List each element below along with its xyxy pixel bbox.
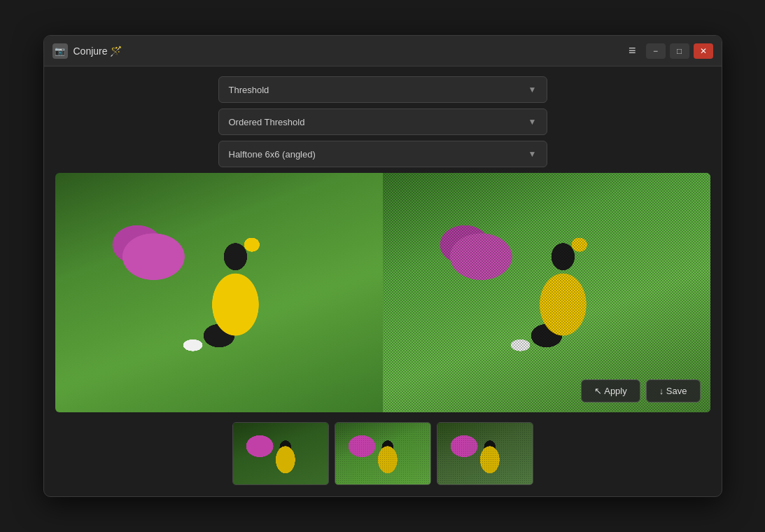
app-window: 📷 Conjure 🪄 ≡ − □ ✕ Threshold ▼ Ordered … [43, 35, 722, 497]
original-bird-image [55, 173, 383, 412]
apply-button[interactable]: ↖ Apply [581, 379, 640, 402]
maximize-button[interactable]: □ [670, 43, 689, 59]
thumbnail-1-image [233, 423, 328, 484]
ordered-threshold-label: Ordered Threshold [229, 117, 528, 127]
halftone-dropdown[interactable]: Halftone 6x6 (angled) ▼ [218, 141, 547, 167]
minimize-button[interactable]: − [646, 43, 666, 59]
ordered-threshold-dropdown[interactable]: Ordered Threshold ▼ [218, 108, 547, 135]
close-button[interactable]: ✕ [694, 43, 713, 59]
app-title: Conjure 🪄 [73, 46, 122, 57]
titlebar: 📷 Conjure 🪄 ≡ − □ ✕ [44, 36, 722, 66]
thumbnail-strip [55, 418, 710, 486]
titlebar-controls: ≡ − □ ✕ [623, 41, 713, 61]
main-content: Threshold ▼ Ordered Threshold ▼ Halftone… [44, 66, 722, 496]
halftone-label: Halftone 6x6 (angled) [229, 149, 528, 160]
thumbnail-3[interactable] [437, 422, 533, 485]
thumbnail-2[interactable] [335, 422, 431, 485]
save-button[interactable]: ↓ Save [646, 379, 701, 402]
original-image-panel [55, 173, 383, 412]
processed-bird-image [383, 173, 710, 412]
threshold-dropdown[interactable]: Threshold ▼ [218, 76, 547, 103]
chevron-down-icon: ▼ [528, 117, 537, 127]
threshold-label: Threshold [229, 85, 528, 95]
chevron-down-icon: ▼ [528, 85, 537, 94]
thumbnail-3-image [437, 423, 533, 484]
chevron-down-icon: ▼ [528, 149, 537, 159]
processed-image-panel [383, 173, 710, 412]
app-icon: 📷 [52, 43, 68, 59]
action-buttons: ↖ Apply ↓ Save [581, 379, 700, 402]
menu-icon[interactable]: ≡ [623, 41, 642, 61]
titlebar-left: 📷 Conjure 🪄 [52, 43, 122, 59]
thumbnail-2-image [335, 423, 430, 484]
image-area: ↖ Apply ↓ Save [55, 173, 710, 412]
thumbnail-1[interactable] [232, 422, 329, 485]
